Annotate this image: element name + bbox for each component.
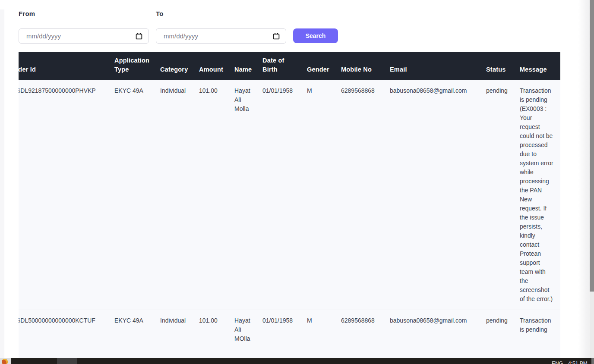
column-header-email: Email: [383, 52, 479, 80]
column-header-message: Message: [513, 52, 560, 80]
cell-mobile-no: 6289568868: [334, 80, 383, 310]
taskbar[interactable]: ENG 4:51 PM: [0, 358, 594, 364]
cell-amount: 101.00: [192, 310, 227, 350]
cell-application-type: EKYC 49A: [107, 310, 153, 350]
taskbar-launch-area[interactable]: [0, 358, 11, 364]
cell-application-type: EKYC 49A: [107, 80, 153, 310]
column-header-amount: Amount: [192, 52, 227, 80]
column-header-order-id: Order Id: [19, 52, 107, 80]
table-row: SDL50000000000000KCTUF EKYC 49A Individu…: [19, 310, 560, 350]
taskbar-clock[interactable]: 4:51 PM: [568, 361, 588, 364]
cell-category: Individual: [153, 310, 192, 350]
calendar-icon[interactable]: [273, 33, 280, 40]
to-date-placeholder: mm/dd/yyyy: [164, 32, 198, 40]
to-label: To: [156, 10, 164, 17]
cell-email: babusona08658@gmail.com: [383, 310, 479, 350]
column-header-gender: Gender: [300, 52, 334, 80]
cell-date-of-birth: 01/01/1958: [256, 80, 300, 310]
show-desktop-corner[interactable]: [591, 358, 594, 364]
taskbar-language-indicator[interactable]: ENG: [552, 361, 563, 364]
page-left-margin: [0, 9, 4, 358]
to-date-input[interactable]: mm/dd/yyyy: [156, 28, 286, 44]
cell-status: pending: [479, 80, 513, 310]
scrollbar-thumb[interactable]: [590, 0, 594, 292]
taskbar-window-button[interactable]: [57, 358, 77, 364]
cell-gender: M: [300, 310, 334, 350]
cell-order-id: SDL50000000000000KCTUF: [19, 310, 107, 350]
browser-app-icon[interactable]: [2, 359, 8, 364]
from-label: From: [19, 10, 35, 17]
page-edge-shadow: [578, 0, 590, 358]
cell-message: Transaction is pending: [513, 310, 560, 350]
column-header-name: Name: [227, 52, 256, 80]
cell-category: Individual: [153, 80, 192, 310]
cell-status: pending: [479, 310, 513, 350]
table-header-row: Order Id Application Type Category Amoun…: [19, 52, 560, 80]
cell-message: Transaction is pending (EX0003 : Your re…: [513, 80, 560, 310]
table-row: SDL92187500000000PHVKP EKYC 49A Individu…: [19, 80, 560, 310]
cell-mobile-no: 6289568868: [334, 310, 383, 350]
cell-date-of-birth: 01/01/1958: [256, 310, 300, 350]
column-header-category: Category: [153, 52, 192, 80]
calendar-icon[interactable]: [136, 33, 142, 40]
cell-order-id: SDL92187500000000PHVKP: [19, 80, 107, 310]
column-header-status: Status: [479, 52, 513, 80]
content-left-border: [4, 9, 4, 358]
column-header-mobile-no: Mobile No: [334, 52, 383, 80]
cell-email: babusona08658@gmail.com: [383, 80, 479, 310]
vertical-scrollbar[interactable]: [590, 0, 594, 358]
column-header-application-type: Application Type: [107, 52, 153, 80]
from-date-placeholder: mm/dd/yyyy: [26, 32, 61, 40]
transactions-table[interactable]: Order Id Application Type Category Amoun…: [19, 52, 560, 358]
cell-name: Hayat Ali Molla: [227, 80, 256, 310]
search-button[interactable]: Search: [293, 28, 338, 43]
from-date-input[interactable]: mm/dd/yyyy: [19, 28, 149, 44]
cell-gender: M: [300, 80, 334, 310]
cell-name: Hayat Ali MOlla: [227, 310, 256, 350]
column-header-date-of-birth: Date of Birth: [256, 52, 300, 80]
cell-amount: 101.00: [192, 80, 227, 310]
